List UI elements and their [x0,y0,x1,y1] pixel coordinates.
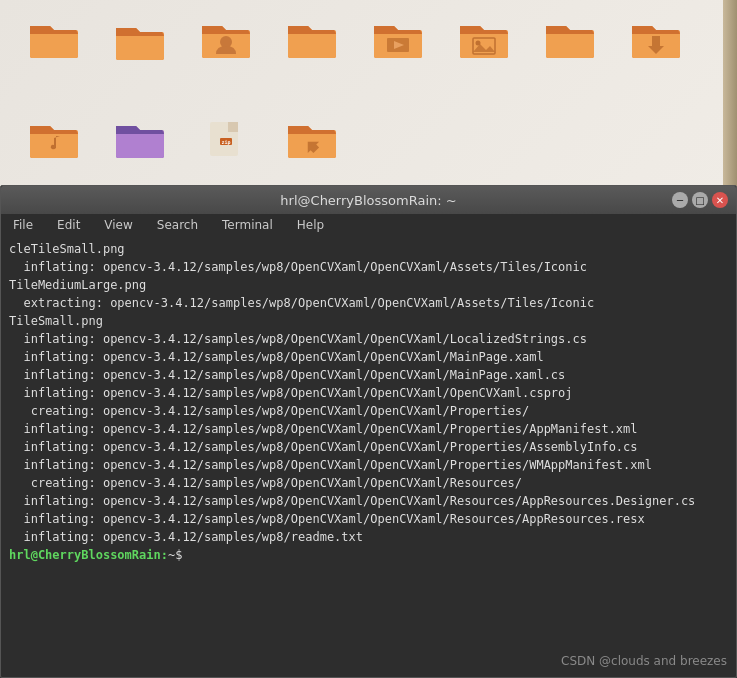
terminal-line: inflating: opencv-3.4.12/samples/wp8/Ope… [9,438,728,456]
folder-icon [28,16,80,60]
terminal-body[interactable]: cleTileSmall.png inflating: opencv-3.4.1… [1,236,736,671]
folder-icon [372,16,424,60]
terminal-window: hrl@CherryBlossomRain: ~ ─ □ ✕ File Edit… [0,185,737,678]
terminal-line: inflating: opencv-3.4.12/samples/wp8/Ope… [9,492,728,510]
terminal-line: inflating: opencv-3.4.12/samples/wp8/Ope… [9,456,728,474]
folder-icon [544,16,596,60]
folder-icon [28,116,80,160]
menu-view[interactable]: View [100,216,136,234]
svg-text:zip: zip [221,139,230,146]
folder-icon [458,16,510,60]
close-button[interactable]: ✕ [712,192,728,208]
terminal-titlebar: hrl@CherryBlossomRain: ~ ─ □ ✕ [1,186,736,214]
terminal-line: inflating: opencv-3.4.12/samples/wp8/Ope… [9,384,728,402]
file-manager-background [0,0,737,195]
maximize-button[interactable]: □ [692,192,708,208]
terminal-line: inflating: opencv-3.4.12/samples/wp8/Ope… [9,510,728,528]
menu-search[interactable]: Search [153,216,202,234]
menu-file[interactable]: File [9,216,37,234]
minimize-button[interactable]: ─ [672,192,688,208]
terminal-line: inflating: opencv-3.4.12/samples/wp8/Ope… [9,348,728,366]
folder-icon: zip [200,116,252,160]
terminal-title: hrl@CherryBlossomRain: ~ [280,193,456,208]
folder-icon [286,116,338,160]
file-manager: homework opencv-3.4.12 [0,0,737,195]
folder-icon [114,18,166,62]
terminal-line: creating: opencv-3.4.12/samples/wp8/Open… [9,402,728,420]
menu-help[interactable]: Help [293,216,328,234]
terminal-line: inflating: opencv-3.4.12/samples/wp8/Ope… [9,420,728,438]
right-edge-decoration [723,0,737,195]
terminal-prompt: hrl@CherryBlossomRain:~$ [9,546,728,564]
menu-edit[interactable]: Edit [53,216,84,234]
watermark: CSDN @clouds and breezes [561,654,727,668]
terminal-menubar: File Edit View Search Terminal Help [1,214,736,236]
folder-icon [630,16,682,60]
folder-icon [114,116,166,160]
terminal-line: creating: opencv-3.4.12/samples/wp8/Open… [9,474,728,492]
prompt-user: hrl@CherryBlossomRain: [9,548,168,562]
terminal-line: inflating: opencv-3.4.12/samples/wp8/rea… [9,528,728,546]
terminal-line: inflating: opencv-3.4.12/samples/wp8/Ope… [9,330,728,348]
svg-rect-6 [228,122,238,132]
prompt-suffix: ~$ [168,548,190,562]
terminal-line: cleTileSmall.png [9,240,728,258]
terminal-line: inflating: opencv-3.4.12/samples/wp8/Ope… [9,366,728,384]
menu-terminal[interactable]: Terminal [218,216,277,234]
terminal-controls: ─ □ ✕ [672,192,728,208]
folder-icon [200,16,252,60]
terminal-line: extracting: opencv-3.4.12/samples/wp8/Op… [9,294,728,330]
folder-icon [286,16,338,60]
terminal-line: inflating: opencv-3.4.12/samples/wp8/Ope… [9,258,728,294]
